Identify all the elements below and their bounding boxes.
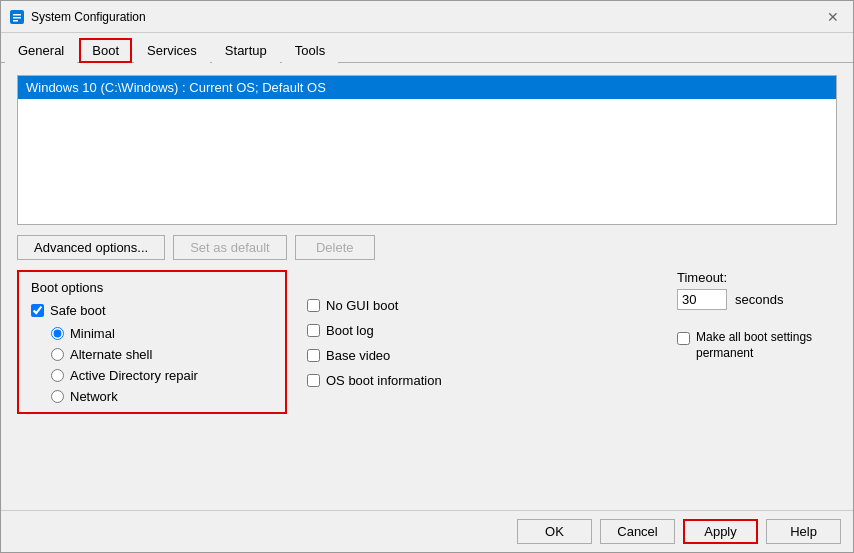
safe-boot-row: Safe boot xyxy=(31,303,273,318)
os-boot-info-row: OS boot information xyxy=(307,373,442,388)
radio-alternate-shell: Alternate shell xyxy=(51,347,273,362)
apply-button[interactable]: Apply xyxy=(683,519,758,544)
right-side: Timeout: seconds Make all boot settings … xyxy=(677,270,837,414)
ok-button[interactable]: OK xyxy=(517,519,592,544)
safe-boot-label: Safe boot xyxy=(50,303,106,318)
radio-alternate-shell-label: Alternate shell xyxy=(70,347,152,362)
tab-startup[interactable]: Startup xyxy=(212,38,280,63)
bottom-bar: OK Cancel Apply Help xyxy=(1,510,853,552)
radio-network-input[interactable] xyxy=(51,390,64,403)
boot-log-row: Boot log xyxy=(307,323,442,338)
boot-log-label: Boot log xyxy=(326,323,374,338)
boot-log-checkbox[interactable] xyxy=(307,324,320,337)
timeout-unit: seconds xyxy=(735,292,783,307)
app-icon xyxy=(9,9,25,25)
no-gui-boot-row: No GUI boot xyxy=(307,298,442,313)
tab-tools[interactable]: Tools xyxy=(282,38,338,63)
base-video-row: Base video xyxy=(307,348,442,363)
os-list: Windows 10 (C:\Windows) : Current OS; De… xyxy=(17,75,837,225)
close-button[interactable]: ✕ xyxy=(821,5,845,29)
set-as-default-button[interactable]: Set as default xyxy=(173,235,287,260)
radio-active-directory-input[interactable] xyxy=(51,369,64,382)
radio-minimal-input[interactable] xyxy=(51,327,64,340)
radio-minimal-label: Minimal xyxy=(70,326,115,341)
radio-group: Minimal Alternate shell Active Directory… xyxy=(31,326,273,404)
radio-active-directory-label: Active Directory repair xyxy=(70,368,198,383)
timeout-input[interactable] xyxy=(677,289,727,310)
make-permanent-label: Make all boot settings permanent xyxy=(696,330,837,361)
base-video-label: Base video xyxy=(326,348,390,363)
os-boot-info-checkbox[interactable] xyxy=(307,374,320,387)
os-boot-info-label: OS boot information xyxy=(326,373,442,388)
radio-alternate-shell-input[interactable] xyxy=(51,348,64,361)
timeout-label: Timeout: xyxy=(677,270,837,285)
radio-network-label: Network xyxy=(70,389,118,404)
radio-minimal: Minimal xyxy=(51,326,273,341)
tab-general[interactable]: General xyxy=(5,38,77,63)
delete-button[interactable]: Delete xyxy=(295,235,375,260)
help-button[interactable]: Help xyxy=(766,519,841,544)
safe-boot-checkbox[interactable] xyxy=(31,304,44,317)
boot-tab-content: Windows 10 (C:\Windows) : Current OS; De… xyxy=(1,63,853,510)
tab-boot[interactable]: Boot xyxy=(79,38,132,63)
os-list-item[interactable]: Windows 10 (C:\Windows) : Current OS; De… xyxy=(18,76,836,99)
svg-rect-2 xyxy=(13,17,21,19)
cancel-button[interactable]: Cancel xyxy=(600,519,675,544)
no-gui-boot-checkbox[interactable] xyxy=(307,299,320,312)
boot-options-box: Boot options Safe boot Minimal Alternate… xyxy=(17,270,287,414)
base-video-checkbox[interactable] xyxy=(307,349,320,362)
system-configuration-window: System Configuration ✕ General Boot Serv… xyxy=(0,0,854,553)
make-permanent-row: Make all boot settings permanent xyxy=(677,330,837,361)
radio-network: Network xyxy=(51,389,273,404)
svg-rect-3 xyxy=(13,20,18,22)
lower-section: Boot options Safe boot Minimal Alternate… xyxy=(17,270,837,414)
window-title: System Configuration xyxy=(31,10,821,24)
boot-options-label: Boot options xyxy=(31,280,273,295)
advanced-options-button[interactable]: Advanced options... xyxy=(17,235,165,260)
toolbar-row: Advanced options... Set as default Delet… xyxy=(17,235,837,260)
tab-services[interactable]: Services xyxy=(134,38,210,63)
svg-rect-1 xyxy=(13,14,21,16)
radio-active-directory: Active Directory repair xyxy=(51,368,273,383)
middle-options: No GUI boot Boot log Base video OS boot … xyxy=(287,270,462,414)
titlebar: System Configuration ✕ xyxy=(1,1,853,33)
make-permanent-checkbox[interactable] xyxy=(677,332,690,345)
no-gui-boot-label: No GUI boot xyxy=(326,298,398,313)
timeout-row: seconds xyxy=(677,289,837,310)
tab-bar: General Boot Services Startup Tools xyxy=(1,33,853,63)
